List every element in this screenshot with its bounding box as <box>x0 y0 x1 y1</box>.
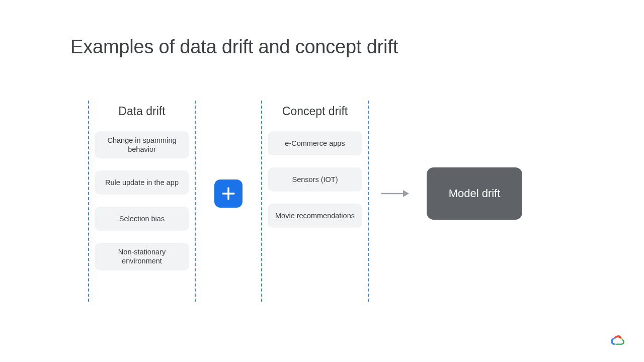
diagram-container: Data drift Change in spamming behavior R… <box>88 96 522 302</box>
arrow-icon <box>369 96 422 297</box>
plus-icon <box>214 179 243 208</box>
google-cloud-logo-icon <box>610 333 625 348</box>
pill-item: Non-stationary environment <box>95 243 189 270</box>
result-container: Model drift <box>427 96 522 297</box>
pill-item: Movie recommendations <box>268 204 362 228</box>
slide-title: Examples of data drift and concept drift <box>70 36 398 58</box>
plus-operator <box>196 96 261 297</box>
data-drift-column: Data drift Change in spamming behavior R… <box>89 96 195 283</box>
pill-item: Selection bias <box>95 207 189 231</box>
pill-item: Sensors (IOT) <box>268 167 362 192</box>
pill-item: Change in spamming behavior <box>95 131 189 158</box>
column-title-right: Concept drift <box>282 105 348 118</box>
column-title-left: Data drift <box>118 105 165 118</box>
concept-drift-column: Concept drift e-Commerce apps Sensors (I… <box>262 96 368 240</box>
pill-item: e-Commerce apps <box>268 131 362 155</box>
model-drift-box: Model drift <box>427 167 522 220</box>
pill-item: Rule update in the app <box>95 170 189 195</box>
